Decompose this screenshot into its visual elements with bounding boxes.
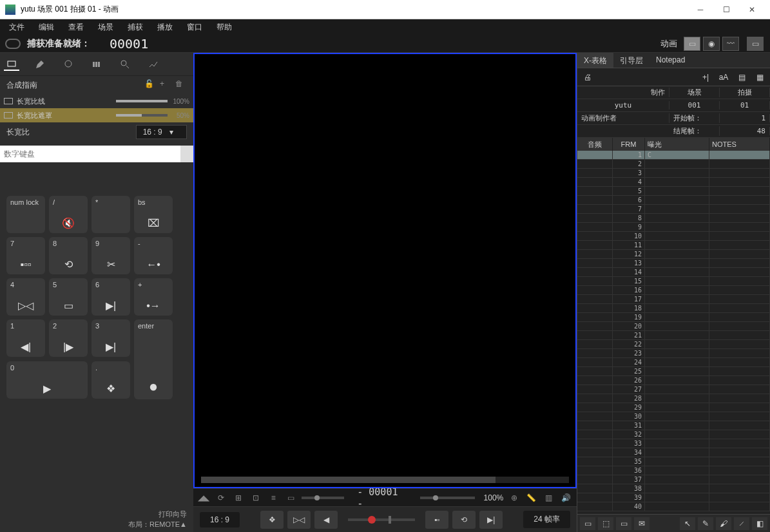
xsheet-row[interactable]: 14 xyxy=(577,268,770,277)
key-enter[interactable]: enter● xyxy=(134,319,173,399)
mode-camera-button[interactable]: ◉ xyxy=(703,37,720,51)
key-7[interactable]: 7▪▫▫ xyxy=(6,237,45,274)
menu-窗口[interactable]: 窗口 xyxy=(180,20,209,35)
xsheet-row[interactable]: 29 xyxy=(577,403,770,412)
rbt-pencil-icon[interactable]: ✎ xyxy=(698,517,713,530)
xsheet-row[interactable]: 8 xyxy=(577,214,770,223)
xsheet-row[interactable]: 23 xyxy=(577,349,770,358)
film-tab-icon[interactable] xyxy=(89,58,104,71)
xsheet-row[interactable]: 5 xyxy=(577,187,770,196)
playback-aspect[interactable]: 16 : 9 xyxy=(200,512,240,527)
xsheet-row[interactable]: 3 xyxy=(577,169,770,178)
aspect-select[interactable]: 16 : 9 ▾ xyxy=(136,125,187,139)
rbt-brush-icon[interactable]: 🖌 xyxy=(716,517,731,530)
key-plus[interactable]: +•→ xyxy=(134,278,173,316)
xsheet-row[interactable]: 9 xyxy=(577,223,770,232)
mode-audio-button[interactable]: 〰 xyxy=(722,37,739,51)
grid-icon[interactable]: ⊞ xyxy=(232,492,245,504)
xsheet-row[interactable]: 24 xyxy=(577,358,770,367)
xsheet-row[interactable]: 2 xyxy=(577,160,770,169)
loop-icon[interactable] xyxy=(5,39,21,49)
xsheet-row[interactable]: 36 xyxy=(577,466,770,475)
pb-split-button[interactable]: ▪▫ xyxy=(425,511,448,529)
key-1[interactable]: 1◀| xyxy=(6,319,45,357)
numpad-input[interactable] xyxy=(0,146,180,162)
right-tab-1[interactable]: 引导层 xyxy=(613,53,650,68)
right-tab-2[interactable]: Notepad xyxy=(650,53,691,68)
close-button[interactable]: ✕ xyxy=(739,1,765,19)
add-icon[interactable]: + xyxy=(160,79,171,91)
xsheet-row[interactable]: 26 xyxy=(577,376,770,385)
pencil-tab-icon[interactable] xyxy=(32,58,48,71)
rbt-curve-icon[interactable]: ⟋ xyxy=(734,517,749,530)
rbt-eraser-icon[interactable]: ◧ xyxy=(752,517,767,530)
xsheet-row[interactable]: 38 xyxy=(577,484,770,493)
menu-查看[interactable]: 查看 xyxy=(62,20,90,35)
pb-diamond-button[interactable]: ❖ xyxy=(260,511,284,529)
list-view-icon[interactable]: ▤ xyxy=(735,71,748,83)
rbt-select-icon[interactable]: ▭ xyxy=(580,517,595,530)
xsheet-row[interactable]: 39 xyxy=(577,493,770,502)
xsheet-row[interactable]: 19 xyxy=(577,313,770,322)
lasso-tab-icon[interactable] xyxy=(61,58,76,71)
target-icon[interactable]: ⊕ xyxy=(507,492,521,504)
trash-icon[interactable]: 🗑 xyxy=(175,79,187,91)
numpad-input-button[interactable] xyxy=(180,146,193,162)
ruler-icon[interactable]: 📏 xyxy=(525,492,538,504)
xsheet-row[interactable]: 34 xyxy=(577,448,770,457)
pb-next-button[interactable]: ▶| xyxy=(479,511,503,529)
xsheet-row[interactable]: 4 xyxy=(577,178,770,187)
xsheet-row[interactable]: 13 xyxy=(577,259,770,268)
playback-timeline[interactable] xyxy=(348,518,415,521)
xsheet-row[interactable]: 37 xyxy=(577,475,770,484)
key-minus[interactable]: -←• xyxy=(134,237,173,274)
view-mode-icon[interactable]: ▥ xyxy=(542,492,555,504)
volume-icon[interactable]: 🔊 xyxy=(559,492,573,504)
key-3[interactable]: 3▶| xyxy=(91,319,130,357)
xsheet-row[interactable]: 7 xyxy=(577,205,770,214)
minimize-button[interactable]: ─ xyxy=(688,1,713,19)
xsheet-row[interactable]: 35 xyxy=(577,457,770,466)
mode-fullscreen-button[interactable]: ▭ xyxy=(747,37,764,51)
overlay-icon[interactable]: ▭ xyxy=(284,492,298,504)
viewport-scrollbar[interactable] xyxy=(201,477,569,483)
compose-tab-icon[interactable] xyxy=(4,58,19,71)
opacity-slider[interactable] xyxy=(302,497,345,499)
rbt-arrow-icon[interactable]: ↖ xyxy=(680,517,695,530)
grid-view-icon[interactable]: ▦ xyxy=(753,71,766,83)
zoom-slider[interactable] xyxy=(420,497,476,499)
menu-文件[interactable]: 文件 xyxy=(3,20,31,35)
pb-live-button[interactable]: ▷◁ xyxy=(287,511,311,529)
xsheet-row[interactable]: 15 xyxy=(577,277,770,286)
xsheet-row[interactable]: 32 xyxy=(577,430,770,439)
menu-帮助[interactable]: 帮助 xyxy=(210,20,238,35)
key-4[interactable]: 4▷◁ xyxy=(6,278,45,316)
xsheet-body[interactable]: 1C23456789101112131415161718192021222324… xyxy=(577,151,770,514)
print-icon[interactable]: 🖨 xyxy=(581,71,594,83)
key-5[interactable]: 5▭ xyxy=(49,278,88,316)
xsheet-row[interactable]: 27 xyxy=(577,385,770,394)
rbt-marquee-icon[interactable]: ⬚ xyxy=(598,517,613,530)
mode-monitor-button[interactable]: ▭ xyxy=(684,37,700,51)
onion-icon[interactable]: ≡ xyxy=(267,492,280,504)
xsheet-row[interactable]: 28 xyxy=(577,394,770,403)
text-size-icon[interactable]: aA xyxy=(717,71,730,83)
key-backspace[interactable]: bs⌧ xyxy=(134,196,173,233)
print-wizard-link[interactable]: 打印向导 xyxy=(6,509,187,519)
xsheet-row[interactable]: 40 xyxy=(577,502,770,511)
key-2[interactable]: 2|▶ xyxy=(49,319,88,357)
xsheet-row[interactable]: 33 xyxy=(577,439,770,448)
menu-场景[interactable]: 场景 xyxy=(91,20,120,35)
xsheet-row[interactable]: 6 xyxy=(577,196,770,205)
layer-row[interactable]: 长宽比线100% xyxy=(0,94,193,108)
key-dot[interactable]: .❖ xyxy=(91,361,130,399)
key-numlock[interactable]: num lock xyxy=(6,196,45,233)
key-6[interactable]: 6▶| xyxy=(91,278,130,316)
add-column-icon[interactable]: +| xyxy=(699,71,712,83)
xsheet-row[interactable]: 1C xyxy=(577,151,770,160)
center-icon[interactable]: ⊡ xyxy=(249,492,263,504)
xsheet-row[interactable]: 22 xyxy=(577,340,770,349)
key-0[interactable]: 0▶ xyxy=(6,361,88,399)
maximize-button[interactable]: ☐ xyxy=(713,1,739,19)
key-star[interactable]: * xyxy=(91,196,130,233)
